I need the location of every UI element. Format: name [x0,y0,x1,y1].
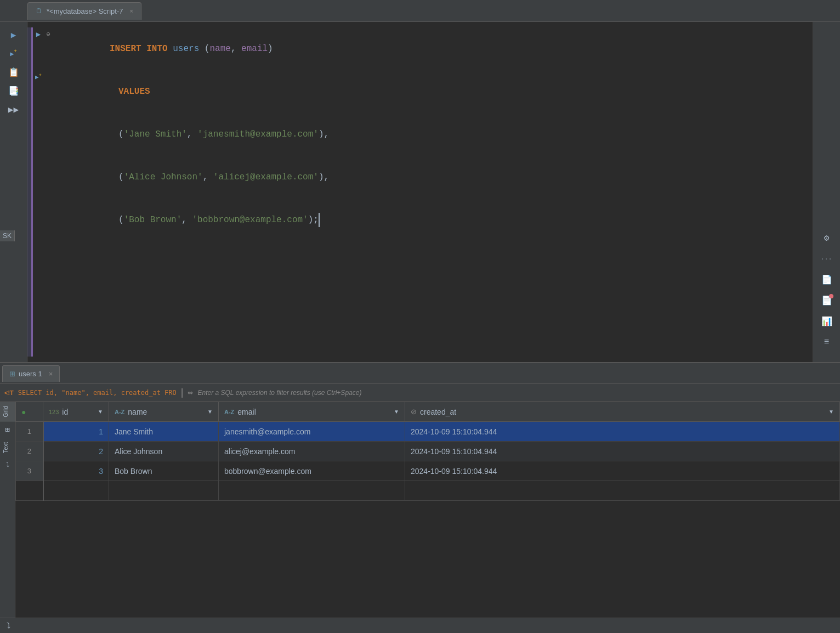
code-line-1: ▶ ⊖ INSERT INTO users (name, email) [33,27,813,70]
id-filter-icon[interactable]: ▼ [98,409,103,415]
table-row[interactable]: 3 3 Bob Brown bobbrown@example.com 2024-… [16,461,840,481]
empty-email [219,481,405,501]
id-column-header[interactable]: 123 id ▼ [43,402,109,422]
result-tab[interactable]: ⊞ users 1 × [2,365,60,382]
doc-icon[interactable]: 📄 [819,272,835,287]
data-table: ● 123 id ▼ [15,402,840,501]
editor-section: ▶ ▶+ 📋 📑 ▶▶ ▶ ⊖ INSERT INTO users (name,… [0,22,840,362]
name-cell-3: Bob Brown [109,461,219,481]
createdat-column-label: created_at [420,408,456,416]
email-cell-3: bobbrown@example.com [219,461,405,481]
createdat-cell-1: 2024-10-09 15:10:04.944 [405,422,840,442]
filter-bar[interactable]: <!T SELECT id, "name", email, created_at… [0,384,840,402]
jane-smith-line: ('Jane Smith', 'janesmith@example.com'), [53,113,329,156]
sk-badge: SK [0,230,15,241]
code-line-3: ('Jane Smith', 'janesmith@example.com'), [33,113,813,156]
filter-divider: | [181,387,184,398]
text-label[interactable]: Text [0,438,15,457]
filter-placeholder: Enter a SQL expression to filter results… [197,389,361,397]
email-cell-1: janesmith@example.com [219,422,405,442]
empty-createdat [405,481,840,501]
run-marker-2[interactable]: ▶+ [33,70,44,84]
filter-query: SELECT id, "name", email, created_at FRO [18,389,177,397]
row-num-header: ● [16,402,43,422]
tab-close-button[interactable]: × [129,8,133,14]
id-type-icon: 123 [49,409,59,415]
table-row[interactable]: 1 1 Jane Smith janesmith@example.com 202… [16,422,840,442]
bottom-icon-bar: ⤵ [0,618,840,633]
more-icon[interactable]: ··· [819,251,835,267]
chart-icon[interactable]: 📊 [819,314,835,329]
code-text: INSERT INTO users (name, email) [53,27,273,70]
grid-icon[interactable]: ⊞ [0,422,15,438]
script-tab[interactable]: 🗒 *<mydatabase> Script-7 × [27,2,141,20]
tab-label: *<mydatabase> Script-7 [47,7,123,15]
name-filter-icon[interactable]: ▼ [207,409,213,415]
createdat-type-icon: ⊘ [411,408,417,416]
empty-id [43,481,109,501]
createdat-cell-3: 2024-10-09 15:10:04.944 [405,461,840,481]
grid-label[interactable]: Grid [0,402,15,422]
plan-icon[interactable]: 📑 [6,83,21,99]
tab-db-icon: 🗒 [36,7,42,15]
createdat-filter-icon[interactable]: ▼ [828,409,834,415]
tree-icon[interactable]: ≡ [819,335,835,350]
row-num-2: 2 [16,442,43,461]
email-type-icon: A-Z [224,409,234,415]
name-cell-2: Alice Johnson [109,442,219,461]
empty-table-row [16,481,840,501]
code-line-5: ('Bob Brown', 'bobbrown@example.com'); [33,199,813,241]
email-filter-icon[interactable]: ▼ [394,409,399,415]
run-icon[interactable]: ▶ [6,27,21,43]
createdat-cell-2: 2024-10-09 15:10:04.944 [405,442,840,461]
name-column-label: name [128,408,147,416]
right-sidebar: ⚙ ··· 📄 📄 📊 ≡ [813,22,840,362]
side-labels: Grid ⊞ Text ⤵ [0,402,15,618]
name-column-header[interactable]: A-Z name ▼ [109,402,219,422]
execute-all-icon[interactable]: ▶▶ [6,102,21,117]
run-marker[interactable]: ▶ [33,27,44,42]
name-type-icon: A-Z [115,409,124,415]
id-cell-2: 2 [43,442,109,461]
explain-icon[interactable]: 📋 [6,65,21,80]
bottom-export-icon[interactable]: ⤵ [3,620,14,631]
result-tab-icon: ⊞ [9,370,15,378]
email-column-label: email [237,408,256,416]
tab-bar: 🗒 *<mydatabase> Script-7 × [0,0,840,22]
id-column-label: id [62,408,68,416]
data-table-wrapper: Grid ⊞ Text ⤵ ● [0,402,840,618]
doc-error-icon[interactable]: 📄 [819,293,835,308]
row-num-1: 1 [16,422,43,442]
result-panel: ⊞ users 1 × <!T SELECT id, "name", email… [0,362,840,633]
editor-content[interactable]: ▶ ⊖ INSERT INTO users (name, email) ▶+ V… [33,22,813,362]
filter-resize-icon: ⇔ [188,389,193,397]
empty-row-num [16,481,43,501]
name-cell-1: Jane Smith [109,422,219,442]
alice-johnson-line: ('Alice Johnson', 'alicej@example.com'), [53,156,329,199]
empty-name [109,481,219,501]
filter-type-icon: <!T [4,389,14,396]
result-tab-bar: ⊞ users 1 × [0,363,840,384]
id-cell-3: 3 [43,461,109,481]
code-line-2: ▶+ VALUES [33,70,813,113]
bob-brown-line: ('Bob Brown', 'bobbrown@example.com'); [53,199,320,241]
createdat-column-header[interactable]: ⊘ created_at ▼ [405,402,840,422]
email-column-header[interactable]: A-Z email ▼ [219,402,405,422]
run-step-icon[interactable]: ▶+ [6,46,21,61]
settings-icon[interactable]: ⚙ [819,230,835,246]
table-row[interactable]: 2 2 Alice Johnson alicej@example.com 202… [16,442,840,461]
email-cell-2: alicej@example.com [219,442,405,461]
code-line-4: ('Alice Johnson', 'alicej@example.com'), [33,156,813,199]
result-tab-close[interactable]: × [49,370,53,378]
id-cell-1: 1 [43,422,109,442]
export-icon[interactable]: ⤵ [0,457,15,472]
row-indicator-icon: ● [21,408,26,416]
collapse-marker[interactable]: ⊖ [44,27,53,42]
table-header-row: ● 123 id ▼ [16,402,840,422]
left-sidebar: ▶ ▶+ 📋 📑 ▶▶ [0,22,27,362]
block-indicator [27,27,33,357]
table-container[interactable]: ● 123 id ▼ [15,402,840,618]
values-keyword: VALUES [53,70,150,113]
row-num-3: 3 [16,461,43,481]
result-tab-label: users 1 [19,370,42,378]
